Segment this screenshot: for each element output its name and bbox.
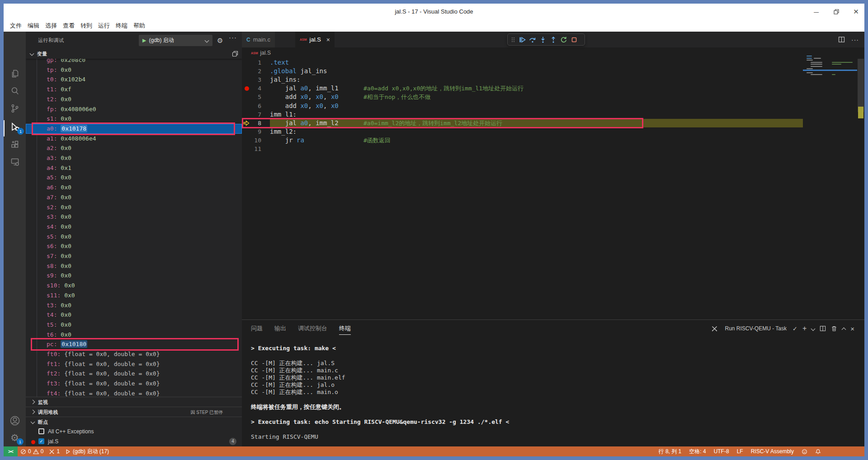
panel-tab-调试控制台[interactable]: 调试控制台 [298,323,327,334]
scrollbar-slider[interactable] [858,59,864,112]
stop-icon[interactable] [571,36,578,43]
variable-row-a7[interactable]: a7: 0x0 [26,192,242,202]
variables-section-header[interactable]: 变量 [26,49,242,59]
variable-row-a0[interactable]: a0: 0x10178 [26,124,242,134]
tab-main.c[interactable]: Cmain.c [242,32,275,47]
debug-settings-gear-icon[interactable]: ⚙ [217,37,223,45]
code-line-8[interactable]: 8 jal a0, imm_l2#a0=imm_l2的地址，跳转到imm_l2地… [242,119,857,127]
bell-icon[interactable] [815,449,821,455]
variable-row-a5[interactable]: a5: 0x0 [26,173,242,183]
variable-row-t0[interactable]: t0: 0x102b4 [26,75,242,84]
debug-session-status[interactable]: (gdb) 启动 (17) [65,448,109,455]
menubar-item[interactable]: 编辑 [26,22,41,30]
breakpoint-checkbox[interactable]: ✓ [38,438,44,444]
variable-row-t3[interactable]: t3: 0x0 [26,300,242,310]
code-line-3[interactable]: 3jal_ins: [242,75,857,84]
variable-row-t6[interactable]: t6: 0x0 [26,330,242,340]
search-icon[interactable] [4,82,26,99]
menubar-item[interactable]: 运行 [96,22,112,30]
code-line-7[interactable]: 7imm_l1: [242,110,857,119]
breadcrumb[interactable]: ASM jal.S [242,47,864,58]
close-panel-icon[interactable]: × [850,325,854,333]
code-line-5[interactable]: 5 add x0, x0, x0#相当于nop，什么也不做 [242,93,857,101]
variable-row-ft4[interactable]: ft4: {float = 0x0, double = 0x0} [26,389,242,397]
variable-row-t1[interactable]: t1: 0xf [26,84,242,94]
breakpoint-row[interactable]: ✓jal.S4 [26,437,242,446]
code-line-11[interactable]: 11 [242,145,857,153]
feedback-icon[interactable] [802,449,807,455]
code-editor[interactable]: 1.text2.global jal_ins3jal_ins:4 jal a0,… [242,58,857,319]
close-button[interactable]: ✕ [852,8,860,16]
variable-row-s3[interactable]: s3: 0x0 [26,212,242,222]
code-line-10[interactable]: 10 jr ra#函数返回 [242,136,857,145]
new-terminal-icon[interactable]: + [802,324,807,333]
cursor-position[interactable]: 行 8, 列 1 [659,448,682,455]
variable-row-s5[interactable]: s5: 0x0 [26,232,242,242]
indentation[interactable]: 空格: 4 [689,448,706,455]
launch-config-dropdown[interactable]: ▶ (gdb) 启动 [139,35,212,46]
terminal-output[interactable]: > Executing task: make <CC -[M] 正在构建... … [251,342,851,446]
variable-row-s8[interactable]: s8: 0x0 [26,261,242,271]
variable-row-a1[interactable]: a1: 0x408006e4 [26,134,242,144]
variable-row-s10[interactable]: s10: 0x0 [26,281,242,291]
menubar-item[interactable]: 帮助 [132,22,147,30]
menubar-item[interactable]: 文件 [8,22,24,30]
accounts-icon[interactable] [4,412,26,429]
restore-button[interactable] [832,8,840,16]
code-line-1[interactable]: 1.text [242,58,857,67]
running-tasks-status[interactable]: 1 [49,448,60,455]
menubar-item[interactable]: 终端 [114,22,129,30]
variable-row-pc[interactable]: pc: 0x10180 [26,339,242,349]
step-into-icon[interactable] [539,36,547,43]
encoding[interactable]: UTF-8 [714,448,729,455]
split-editor-icon[interactable] [838,36,845,43]
eol-sequence[interactable]: LF [737,448,743,455]
menubar-item[interactable]: 转到 [79,22,94,30]
panel-tab-问题[interactable]: 问题 [251,323,263,334]
variable-row-a2[interactable]: a2: 0x0 [26,143,242,153]
breakpoint-row[interactable]: All C++ Exceptions [26,427,242,437]
variable-row-gp[interactable]: gp: 0x208c0 [26,59,242,65]
variable-row-s6[interactable]: s6: 0x0 [26,241,242,251]
explorer-icon[interactable] [4,65,26,82]
start-debug-icon[interactable]: ▶ [142,38,146,43]
terminal-task-label[interactable]: Run RISCV-QEMU - Task [725,325,787,332]
continue-icon[interactable] [519,36,526,43]
panel-tab-输出[interactable]: 输出 [274,323,286,334]
variable-row-a6[interactable]: a6: 0x0 [26,183,242,192]
variables-panel-icon[interactable] [232,51,238,57]
close-tab-icon[interactable]: × [326,36,330,43]
step-over-icon[interactable] [529,36,536,43]
split-terminal-icon[interactable] [820,325,826,332]
call-stack-section-header[interactable]: 调用堆栈 因 STEP 已暂停 [26,407,242,417]
variable-row-ft2[interactable]: ft2: {float = 0x0, double = 0x0} [26,369,242,379]
extensions-icon[interactable] [4,136,26,153]
remote-indicator[interactable]: >< [4,446,18,456]
variable-row-s7[interactable]: s7: 0x0 [26,251,242,261]
variable-row-s4[interactable]: s4: 0x0 [26,222,242,232]
terminal-dropdown-icon[interactable] [811,326,816,331]
restart-icon[interactable] [560,36,567,43]
variable-row-a4[interactable]: a4: 0x1 [26,163,242,173]
variable-row-ft0[interactable]: ft0: {float = 0x0, double = 0x0} [26,349,242,359]
variable-row-ft1[interactable]: ft1: {float = 0x0, double = 0x0} [26,359,242,369]
code-line-4[interactable]: 4 jal a0, imm_l1#a0=add x0,x0,x0的地址，跳转到i… [242,84,857,93]
maximize-panel-icon[interactable] [842,327,846,332]
variable-row-tp[interactable]: tp: 0x0 [26,65,242,75]
variable-row-t5[interactable]: t5: 0x0 [26,320,242,330]
variable-row-ft3[interactable]: ft3: {float = 0x0, double = 0x0} [26,379,242,389]
variable-row-t4[interactable]: t4: 0x0 [26,310,242,320]
code-line-2[interactable]: 2.global jal_ins [242,67,857,75]
drag-handle-icon[interactable] [511,37,515,43]
variable-row-fp[interactable]: fp: 0x408006e0 [26,104,242,114]
menubar-item[interactable]: 查看 [61,22,76,30]
editor-scrollbar[interactable] [857,47,864,319]
breakpoint-checkbox[interactable] [38,428,44,434]
language-mode[interactable]: RISC-V Assembly [751,448,794,455]
code-line-6[interactable]: 6 add x0, x0, x0 [242,102,857,110]
watch-section-header[interactable]: 监视 [26,397,242,407]
variable-row-s9[interactable]: s9: 0x0 [26,271,242,281]
source-control-icon[interactable] [4,100,26,117]
menubar-item[interactable]: 选择 [43,22,59,30]
panel-tab-终端[interactable]: 终端 [339,323,351,335]
